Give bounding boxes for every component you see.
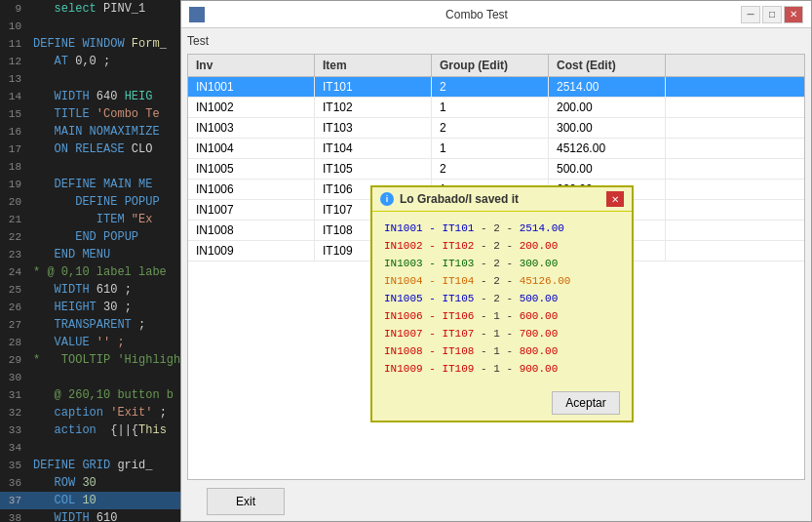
- line-21: 21: [0, 211, 29, 228]
- minimize-button[interactable]: ─: [741, 6, 760, 23]
- col-header-inv: Inv: [188, 55, 315, 76]
- popup-body: IN1001 - IT101 - 2 - 2514.00IN1002 - IT1…: [372, 212, 632, 385]
- line-16: 16: [0, 123, 29, 141]
- cell-item: IT101: [315, 77, 432, 97]
- table-row[interactable]: IN1001 IT101 2 2514.00: [188, 77, 804, 98]
- cell-inv: IN1007: [188, 200, 315, 220]
- line-26: 26: [0, 299, 29, 316]
- table-row[interactable]: IN1005 IT105 2 500.00: [188, 159, 804, 180]
- line-14: 14: [0, 88, 29, 105]
- line-24: 24: [0, 263, 29, 281]
- line-31: 31: [0, 386, 29, 404]
- col-header-cost: Cost (Edit): [549, 55, 666, 76]
- cell-group: 2: [432, 77, 549, 97]
- cell-inv: IN1002: [188, 98, 315, 117]
- line-22: 22: [0, 228, 29, 246]
- line-23: 23: [0, 246, 29, 263]
- cell-group: 1: [432, 139, 549, 158]
- aceptar-button[interactable]: Aceptar: [552, 391, 620, 415]
- close-button[interactable]: ✕: [784, 6, 803, 23]
- popup-list-item: IN1004 - IT104 - 2 - 45126.00: [384, 272, 620, 290]
- cell-group: 2: [432, 159, 549, 179]
- maximize-button[interactable]: □: [762, 6, 782, 23]
- col-header-item: Item: [315, 55, 432, 76]
- cell-item: IT104: [315, 139, 432, 158]
- popup-list-item: IN1001 - IT101 - 2 - 2514.00: [384, 220, 620, 237]
- cell-inv: IN1008: [188, 221, 315, 240]
- popup-close-button[interactable]: ✕: [606, 191, 624, 207]
- popup-footer: Aceptar: [372, 385, 632, 421]
- popup-list-item: IN1008 - IT108 - 1 - 800.00: [384, 342, 620, 360]
- popup-list-item: IN1003 - IT103 - 2 - 300.00: [384, 255, 620, 272]
- line-36: 36: [0, 474, 29, 492]
- cell-cost: 45126.00: [549, 139, 666, 158]
- line-11: 11: [0, 35, 29, 53]
- line-19: 19: [0, 176, 29, 193]
- line-37: 37: [0, 492, 29, 509]
- window-icon: [189, 7, 205, 22]
- cell-inv: IN1005: [188, 159, 315, 179]
- cell-cost: 500.00: [549, 159, 666, 179]
- line-25: 25: [0, 281, 29, 299]
- cell-inv: IN1001: [188, 77, 315, 97]
- cell-inv: IN1009: [188, 241, 315, 261]
- popup-title-text: Lo Grabado/I saved it: [400, 192, 600, 206]
- line-34: 34: [0, 439, 29, 457]
- line-15: 15: [0, 105, 29, 123]
- window-controls: ─ □ ✕: [741, 6, 803, 23]
- cell-cost: 200.00: [549, 98, 666, 117]
- cell-group: 1: [432, 98, 549, 117]
- popup-list-item: IN1002 - IT102 - 2 - 200.00: [384, 237, 620, 255]
- grid-header: Inv Item Group (Edit) Cost (Edit): [188, 55, 804, 77]
- cell-inv: IN1003: [188, 118, 315, 138]
- popup-list-item: IN1009 - IT109 - 1 - 900.00: [384, 360, 620, 378]
- cell-inv: IN1004: [188, 139, 315, 158]
- title-bar: Combo Test ─ □ ✕: [181, 1, 811, 28]
- popup-list-item: IN1006 - IT106 - 1 - 600.00: [384, 307, 620, 325]
- popup-icon: i: [380, 192, 394, 206]
- exit-button[interactable]: Exit: [207, 488, 285, 515]
- popup-list-item: IN1007 - IT107 - 1 - 700.00: [384, 325, 620, 342]
- line-12: 12: [0, 53, 29, 70]
- line-28: 28: [0, 334, 29, 351]
- cell-item: IT102: [315, 98, 432, 117]
- line-10: 10: [0, 18, 29, 35]
- popup-title-bar: i Lo Grabado/I saved it ✕: [372, 187, 632, 212]
- cell-item: IT105: [315, 159, 432, 179]
- window-title: Combo Test: [213, 8, 741, 21]
- line-30: 30: [0, 369, 29, 386]
- popup-list-item: IN1005 - IT105 - 2 - 500.00: [384, 290, 620, 307]
- cell-item: IT103: [315, 118, 432, 138]
- cell-group: 2: [432, 118, 549, 138]
- line-35: 35: [0, 457, 29, 474]
- line-38: 38: [0, 509, 29, 522]
- line-13: 13: [0, 70, 29, 88]
- line-32: 32: [0, 404, 29, 422]
- line-17: 17: [0, 141, 29, 158]
- popup-window: i Lo Grabado/I saved it ✕ IN1001 - IT101…: [370, 185, 634, 422]
- cell-cost: 300.00: [549, 118, 666, 138]
- col-header-group: Group (Edit): [432, 55, 549, 76]
- line-29: 29: [0, 351, 29, 369]
- line-9: 9: [0, 0, 29, 18]
- line-18: 18: [0, 158, 29, 176]
- test-label: Test: [187, 34, 805, 48]
- table-row[interactable]: IN1004 IT104 1 45126.00: [188, 139, 804, 159]
- cell-cost: 2514.00: [549, 77, 666, 97]
- line-27: 27: [0, 316, 29, 334]
- line-20: 20: [0, 193, 29, 211]
- table-row[interactable]: IN1002 IT102 1 200.00: [188, 98, 804, 118]
- table-row[interactable]: IN1003 IT103 2 300.00: [188, 118, 804, 139]
- cell-inv: IN1006: [188, 180, 315, 199]
- line-33: 33: [0, 422, 29, 439]
